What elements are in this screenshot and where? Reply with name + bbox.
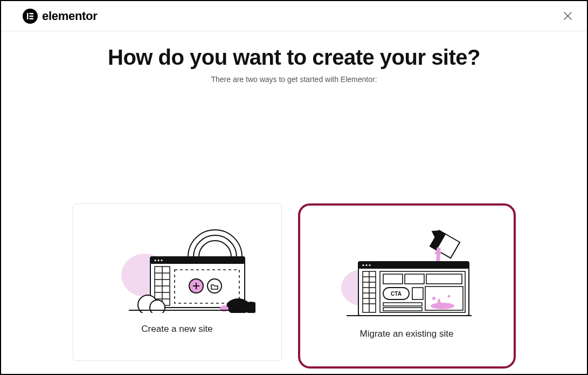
close-icon	[564, 12, 572, 20]
svg-point-54	[432, 297, 435, 300]
elementor-logo-icon	[23, 9, 38, 24]
svg-rect-3	[30, 18, 34, 19]
close-button[interactable]	[560, 9, 575, 24]
svg-rect-34	[358, 262, 469, 269]
page-title: How do you want to create your site?	[1, 45, 587, 70]
card-migrate-existing-site[interactable]: CTA Migrate an existing site	[298, 203, 516, 369]
create-site-illustration	[73, 221, 281, 313]
svg-rect-1	[30, 13, 34, 14]
modal-header: elementor	[1, 1, 587, 31]
brand-logo: elementor	[23, 9, 97, 24]
svg-point-25	[150, 300, 165, 313]
card-migrate-label: Migrate an existing site	[360, 329, 454, 339]
page-subtitle: There are two ways to get started with E…	[1, 75, 587, 84]
svg-point-37	[369, 264, 370, 266]
option-cards: Create a new site	[1, 203, 587, 369]
card-create-label: Create a new site	[141, 324, 212, 335]
svg-point-53	[431, 303, 454, 309]
content-area: How do you want to create your site? The…	[1, 31, 587, 84]
svg-rect-8	[150, 257, 245, 264]
migrate-site-illustration: CTA	[300, 223, 514, 320]
svg-point-11	[161, 260, 162, 261]
svg-point-9	[154, 260, 156, 261]
card-create-new-site[interactable]: Create a new site	[73, 203, 282, 361]
svg-rect-0	[27, 13, 28, 19]
svg-point-55	[447, 295, 450, 298]
brand-name: elementor	[42, 9, 97, 23]
svg-rect-2	[30, 15, 34, 16]
svg-point-36	[365, 264, 367, 266]
svg-point-28	[220, 305, 229, 312]
svg-point-35	[362, 264, 364, 266]
cta-text: CTA	[391, 291, 402, 297]
svg-point-10	[157, 260, 159, 261]
